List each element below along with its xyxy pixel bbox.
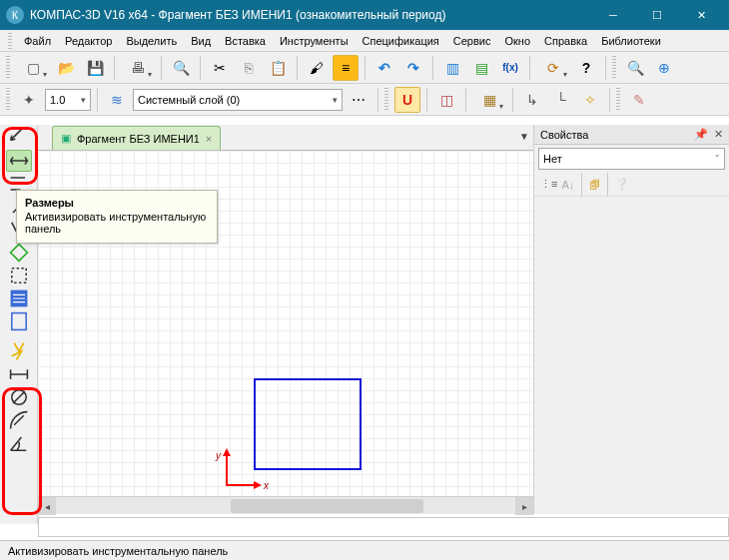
grip-icon: [8, 33, 12, 49]
zoom-region-button[interactable]: [622, 55, 648, 81]
x-axis-label: x: [264, 480, 269, 491]
format-painter-button[interactable]: [304, 55, 330, 81]
ortho-button[interactable]: [548, 87, 574, 113]
tabs-dropdown-icon[interactable]: ▼: [519, 131, 529, 142]
properties-button[interactable]: [333, 55, 359, 81]
sort-alpha-icon[interactable]: A↓: [561, 179, 574, 191]
properties-title: Свойства: [540, 129, 588, 141]
layer-combo[interactable]: Системный слой (0)▾: [133, 89, 343, 111]
menu-help[interactable]: Справка: [538, 33, 593, 49]
tooltip-title: Размеры: [25, 197, 209, 209]
grip-icon: [6, 88, 10, 112]
properties-filter-value: Нет: [543, 153, 562, 165]
parametric-button[interactable]: ◫: [433, 87, 459, 113]
grid-button[interactable]: [472, 87, 506, 113]
tab-close-icon[interactable]: ×: [206, 133, 212, 145]
rectangle-shape[interactable]: [254, 378, 362, 470]
help-button[interactable]: [573, 55, 599, 81]
print-button[interactable]: [121, 55, 155, 81]
scroll-right-button[interactable]: ▸: [515, 497, 533, 515]
line-width-combo[interactable]: 1.0▾: [45, 89, 91, 111]
line-width-value: 1.0: [50, 94, 65, 106]
menu-service[interactable]: Сервис: [447, 33, 497, 49]
sort-categories-icon[interactable]: ⋮≡: [540, 178, 557, 191]
snap-button[interactable]: ✦: [16, 87, 42, 113]
snap-toggle-button[interactable]: U: [394, 87, 420, 113]
round-button[interactable]: ✧: [577, 87, 603, 113]
grip-icon: [616, 88, 620, 112]
document-tab-label: Фрагмент БЕЗ ИМЕНИ1: [77, 133, 200, 145]
menu-spec[interactable]: Спецификация: [357, 33, 445, 49]
tooltip: Размеры Активизировать инструментальную …: [16, 190, 218, 244]
fx-button[interactable]: [497, 55, 523, 81]
select-tool[interactable]: [6, 265, 32, 286]
variables-window-button[interactable]: [468, 55, 494, 81]
undo-button[interactable]: [371, 55, 397, 81]
measure-tool[interactable]: [6, 242, 32, 264]
radial-dim-tool[interactable]: [6, 409, 32, 431]
diameter-dim-tool[interactable]: [6, 386, 32, 408]
panel-close-icon[interactable]: ✕: [714, 128, 723, 141]
grip-icon: [6, 56, 10, 80]
window-title: КОМПАС-3D V16 x64 - Фрагмент БЕЗ ИМЕНИ1 …: [30, 8, 591, 22]
layer-value: Системный слой (0): [138, 94, 240, 106]
menu-window[interactable]: Окно: [498, 33, 536, 49]
workspace: ▣ Фрагмент БЕЗ ИМЕНИ1 × ▼ y x ◂ ▸: [38, 125, 533, 514]
menu-bar: Файл Редактор Выделить Вид Вставка Инстр…: [0, 30, 729, 52]
menu-edit[interactable]: Редактор: [59, 33, 118, 49]
auto-dim-tool[interactable]: [6, 340, 32, 362]
print-preview-button[interactable]: [168, 55, 194, 81]
open-button[interactable]: [53, 55, 79, 81]
properties-panel: Свойства 📌 ✕ Нет˅ ⋮≡ A↓ 🗐 ❔: [533, 125, 729, 514]
grip-icon: [384, 88, 388, 112]
panel-help-icon[interactable]: ❔: [615, 178, 629, 191]
menu-file[interactable]: Файл: [18, 33, 57, 49]
grip-icon: [612, 56, 616, 80]
copy-button[interactable]: [236, 55, 262, 81]
menu-tools[interactable]: Инструменты: [274, 33, 355, 49]
menu-libs[interactable]: Библиотеки: [595, 33, 667, 49]
spec-tool[interactable]: [6, 287, 32, 309]
menu-select[interactable]: Выделить: [120, 33, 183, 49]
brush2-button[interactable]: ✎: [626, 87, 652, 113]
menu-view[interactable]: Вид: [185, 33, 217, 49]
minimize-button[interactable]: ─: [591, 0, 635, 30]
svg-rect-0: [11, 269, 25, 282]
redo-button[interactable]: [400, 55, 426, 81]
cut-button[interactable]: [207, 55, 233, 81]
app-icon: К: [6, 6, 24, 24]
layer-manager-button[interactable]: ⋯: [346, 87, 371, 113]
doc-icon: ▣: [61, 132, 71, 145]
tooltip-body: Активизировать инструментальную панель: [25, 211, 209, 235]
paste-button[interactable]: [265, 55, 291, 81]
geometry-tool[interactable]: [6, 127, 32, 149]
pin-icon[interactable]: 📌: [694, 128, 708, 141]
properties-filter-combo[interactable]: Нет˅: [538, 148, 725, 170]
save-button[interactable]: [82, 55, 108, 81]
refresh-button[interactable]: [536, 55, 570, 81]
maximize-button[interactable]: ☐: [635, 0, 679, 30]
document-tab[interactable]: ▣ Фрагмент БЕЗ ИМЕНИ1 ×: [52, 126, 221, 150]
y-axis-label: y: [216, 450, 221, 461]
status-text: Активизировать инструментальную панель: [8, 545, 228, 557]
left-toolbar: [0, 125, 38, 524]
manager-button[interactable]: ▥: [439, 55, 465, 81]
new-button[interactable]: [16, 55, 50, 81]
svg-rect-2: [11, 313, 25, 330]
zoom-dynamic-button[interactable]: ⊕: [651, 55, 677, 81]
linear-dim-tool[interactable]: [6, 363, 32, 385]
dimensions-tool[interactable]: [6, 150, 32, 172]
pages-icon[interactable]: 🗐: [589, 179, 600, 191]
menu-insert[interactable]: Вставка: [219, 33, 272, 49]
reports-tool[interactable]: [6, 310, 32, 332]
angle-dim-tool[interactable]: [6, 432, 32, 454]
scroll-thumb[interactable]: [231, 499, 423, 513]
scroll-left-button[interactable]: ◂: [38, 497, 56, 515]
h-scrollbar[interactable]: ◂ ▸: [38, 496, 533, 514]
command-input[interactable]: [38, 517, 729, 537]
layer-style-button[interactable]: ≋: [104, 87, 130, 113]
close-button[interactable]: ✕: [679, 0, 723, 30]
coord-button[interactable]: ↳: [519, 87, 545, 113]
